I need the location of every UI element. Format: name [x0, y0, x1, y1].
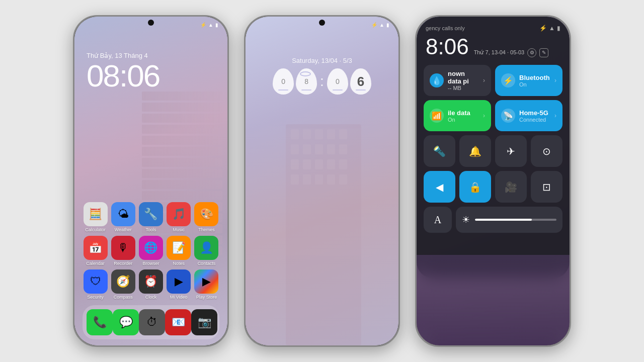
cc-battery-icon: ▮	[557, 25, 560, 32]
svg-rect-16	[291, 174, 299, 185]
app-tools[interactable]: 🔧 Tools	[138, 202, 164, 233]
app-label-weather: Weather	[115, 228, 132, 233]
app-icon-themes: 🎨	[194, 202, 218, 226]
app-security[interactable]: 🛡 Security	[83, 269, 108, 300]
cc-tile-data[interactable]: 💧 nown data pi -- MB ›	[424, 65, 491, 96]
cc-top-tiles: 💧 nown data pi -- MB › ⚡ Bluetooth On ›	[424, 65, 562, 96]
svg-rect-14	[327, 159, 335, 169]
cc-tile-circle[interactable]: ⊙	[531, 135, 562, 167]
app-label-music: Music	[173, 228, 185, 233]
cc-brightness-control[interactable]: ☀	[456, 207, 562, 233]
app-label-recorder: Recorder	[114, 261, 132, 266]
cc-bluetooth-tile-icon: ⚡	[501, 73, 515, 87]
app-label-compass: Compass	[114, 295, 133, 300]
cc-status-text: gency calls only	[426, 25, 465, 31]
control-center: gency calls only ⚡ ▲ ▮ 8:06 Thứ 7, 13-04…	[417, 17, 570, 278]
cc-tile-wifi[interactable]: 📡 Home-5G Connected ›	[495, 100, 562, 131]
cc-tile-flashlight[interactable]: 🔦	[424, 135, 455, 167]
cc-tile-video[interactable]: 🎥	[495, 171, 527, 203]
egg-digit-1: 8	[296, 68, 317, 95]
cc-tile-font[interactable]: A	[424, 207, 452, 233]
cc-time-label: 8:06	[426, 36, 469, 58]
app-clock[interactable]: ⏰ Clock	[138, 269, 164, 300]
svg-rect-10	[339, 144, 347, 154]
cc-tile-data-text: nown data pi -- MB	[448, 70, 479, 91]
svg-rect-18	[315, 174, 323, 185]
egg-clock-widget: 0 8 : 0 6	[246, 68, 398, 95]
app-recorder[interactable]: 🎙 Recorder	[110, 236, 136, 266]
cc-tile-location[interactable]: ◀	[424, 171, 455, 203]
cc-tile-mobile-text: ile data On	[448, 109, 479, 123]
dock-phone[interactable]: 📞	[87, 309, 113, 335]
app-themes[interactable]: 🎨 Themes	[194, 202, 219, 233]
cc-small-tiles-row2: ◀ 🔒 🎥 ⊡	[424, 171, 562, 203]
cc-mobile-arrow: ›	[483, 112, 485, 119]
brightness-fill	[475, 219, 532, 221]
svg-rect-11	[291, 159, 299, 169]
cc-tile-wifi-text: Home-5G Connected	[519, 109, 550, 123]
svg-rect-5	[339, 129, 347, 139]
cc-data-sublabel: -- MB	[448, 85, 479, 91]
dock-camera[interactable]: 📷	[191, 309, 217, 335]
battery-icon: ▮	[215, 22, 218, 28]
app-compass[interactable]: 🧭 Compass	[110, 269, 136, 300]
cc-tile-bluetooth[interactable]: ⚡ Bluetooth On ›	[495, 65, 562, 96]
app-icon-calendar: 📅	[84, 236, 108, 260]
app-contacts[interactable]: 👤 Contacts	[194, 236, 219, 266]
cc-data-arrow: ›	[483, 77, 485, 84]
app-icon-calculator: 🧮	[84, 202, 108, 226]
app-icon-mivideo: ▶	[167, 269, 191, 294]
cc-bluetooth-arrow: ›	[554, 77, 556, 84]
app-icon-compass: 🧭	[111, 269, 135, 294]
camera-notch-2	[319, 20, 325, 26]
cc-tile-expand[interactable]: ⊡	[531, 171, 562, 203]
cc-edit-button[interactable]: ✎	[539, 48, 548, 57]
svg-rect-15	[339, 159, 347, 169]
cc-tile-bell[interactable]: 🔔	[459, 135, 491, 167]
cc-tile-lock[interactable]: 🔒	[459, 171, 491, 203]
app-label-browser: Browser	[142, 261, 159, 266]
svg-rect-0	[286, 124, 361, 345]
cc-second-tiles: 📶 ile data On › 📡 Home-5G Connected ›	[424, 100, 562, 131]
svg-rect-13	[315, 159, 323, 169]
cc-gear-button[interactable]: ⚙	[527, 48, 536, 57]
dock-messages[interactable]: 💬	[113, 309, 139, 335]
cc-wifi-label: Home-5G	[519, 109, 550, 117]
cc-mobile-icon: 📶	[430, 109, 444, 123]
app-calculator[interactable]: 🧮 Calculator	[83, 202, 108, 233]
app-playstore[interactable]: ▶ Play Store	[194, 269, 219, 300]
brightness-icon: ☀	[462, 214, 470, 225]
svg-rect-20	[339, 174, 347, 185]
phone-2: ⚡ ▲ ▮ Saturday, 13/04 · 5/3 0 8 : 0	[244, 15, 400, 347]
app-icon-phone: 📞	[87, 309, 113, 335]
battery-icon-2: ▮	[386, 22, 389, 28]
cc-status-bar: gency calls only ⚡ ▲ ▮	[424, 25, 562, 32]
app-calendar[interactable]: 📅 Calendar	[83, 236, 108, 266]
app-mivideo[interactable]: ▶ Mi Video	[166, 269, 192, 300]
wifi-icon-2: ▲	[379, 22, 384, 28]
app-weather[interactable]: 🌤 Weather	[110, 202, 136, 233]
app-browser[interactable]: 🌐 Browser	[138, 236, 164, 266]
bluetooth-icon: ⚡	[200, 22, 206, 28]
app-icon-playstore: ▶	[194, 269, 218, 294]
dock-mail[interactable]: 📧	[165, 309, 191, 335]
app-music[interactable]: 🎵 Music	[166, 202, 192, 233]
cc-bottom-row: A ☀	[424, 207, 562, 233]
svg-rect-6	[291, 144, 299, 154]
svg-rect-4	[327, 129, 335, 139]
cc-mobile-sublabel: On	[448, 117, 479, 123]
cc-blur-bg	[417, 255, 570, 345]
cc-wifi-tile-icon: 📡	[501, 109, 515, 123]
time-label-1: 08:06	[87, 60, 159, 92]
app-icon-camera: 📷	[191, 309, 217, 335]
svg-rect-17	[303, 174, 311, 185]
app-icon-clock: ⏰	[139, 269, 163, 294]
app-label-playstore: Play Store	[196, 295, 217, 300]
svg-rect-2	[303, 129, 311, 139]
cc-tile-airplane[interactable]: ✈	[495, 135, 527, 167]
app-notes[interactable]: 📝 Notes	[166, 236, 192, 266]
app-label-security: Security	[87, 295, 104, 300]
dock-clock[interactable]: ⏱	[139, 309, 165, 335]
cc-mobile-label: ile data	[448, 109, 479, 117]
cc-tile-mobile[interactable]: 📶 ile data On ›	[424, 100, 491, 131]
